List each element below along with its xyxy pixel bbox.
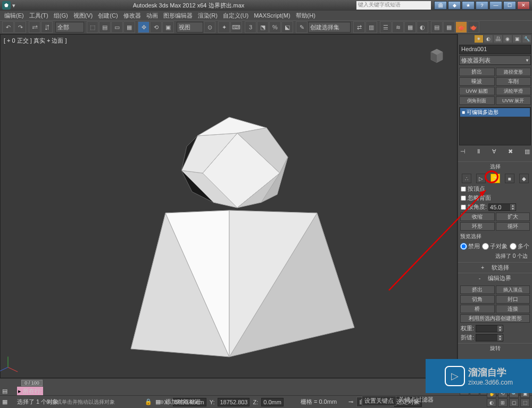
maximize-button[interactable]: ☐ — [503, 1, 516, 10]
btn-loop[interactable]: 循环 — [496, 222, 530, 231]
tab-motion-icon[interactable]: ◉ — [503, 35, 512, 43]
time-slider-handle[interactable]: 0 / 100 — [21, 380, 43, 386]
filter-combo[interactable]: 全部 — [55, 22, 84, 32]
star-button[interactable]: ★ — [462, 1, 475, 10]
move-button[interactable]: ✥ — [138, 21, 149, 33]
object-name-field[interactable]: Hedra001 — [459, 45, 531, 54]
undo-button[interactable]: ↶ — [2, 21, 14, 33]
angle-snap-button[interactable]: ⬔ — [257, 21, 269, 33]
rollout-selection-header[interactable]: 选择 — [458, 161, 532, 172]
subobj-edge-icon[interactable]: ▷ — [476, 174, 486, 183]
minimize-button[interactable]: — — [489, 1, 502, 10]
rollout-rotate-header[interactable]: 旋转 — [458, 343, 532, 353]
icon-button[interactable]: ◆ — [448, 1, 461, 10]
schematic-button[interactable]: ▦ — [404, 21, 416, 33]
select-region-button[interactable]: ▭ — [111, 21, 123, 33]
maximize-vp-button[interactable]: ▢ — [509, 398, 519, 407]
radio-subobj[interactable] — [482, 243, 489, 250]
mod-btn-bevelprofile[interactable]: 倒角剖面 — [459, 96, 495, 105]
redo-button[interactable]: ↷ — [14, 21, 26, 33]
spinner-snap-button[interactable]: ⬕ — [281, 21, 293, 33]
mod-btn-noise[interactable]: 噪波 — [459, 77, 495, 86]
show-end-result-icon[interactable]: Ⅱ — [477, 148, 480, 155]
time-tag-icon[interactable]: ⊕ 添加时间标记 — [160, 398, 201, 406]
tab-modify-icon[interactable]: ◐ — [484, 35, 493, 43]
percent-snap-button[interactable]: % — [269, 21, 281, 33]
tab-display-icon[interactable]: ▣ — [513, 35, 521, 43]
radio-multi[interactable] — [510, 243, 517, 250]
btn-insert-vertex[interactable]: 插入顶点 — [496, 285, 530, 294]
window-crossing-button[interactable]: ▦ — [123, 21, 135, 33]
btn-create-shape[interactable]: 利用所选内容创建图形 — [460, 314, 530, 323]
layers-button[interactable]: ☰ — [380, 21, 392, 33]
btn-shrink[interactable]: 收缩 — [460, 213, 495, 221]
viewcube[interactable] — [427, 45, 446, 64]
curve-editor-button[interactable]: ≋ — [392, 21, 404, 33]
select-name-button[interactable]: ▤ — [99, 21, 111, 33]
mod-btn-pathdeform[interactable]: 路径变形 — [496, 68, 531, 76]
subobj-element-icon[interactable]: ◆ — [519, 174, 529, 183]
help-search-input[interactable]: 键入关键字或短语 — [356, 1, 431, 10]
mini-listener-icon[interactable]: ▤ — [2, 388, 7, 395]
select-button[interactable]: ⬚ — [87, 21, 98, 33]
menu-customize[interactable]: 自定义(U) — [221, 11, 251, 20]
btn-bridge[interactable]: 桥 — [460, 305, 495, 313]
menu-maxscript[interactable]: MAXScript(M) — [252, 12, 292, 19]
named-sel-button[interactable]: ✎ — [296, 21, 307, 33]
center-button[interactable]: ⊙ — [204, 21, 215, 33]
crease-spinner[interactable]: ▲▼ — [476, 334, 503, 341]
mod-btn-unwrap[interactable]: UVW 展开 — [496, 96, 531, 105]
btn-grow[interactable]: 扩大 — [496, 213, 530, 221]
remove-mod-icon[interactable]: ✖ — [508, 148, 513, 155]
btn-extrude[interactable]: 挤出 — [460, 285, 495, 294]
btn-chamfer[interactable]: 切角 — [460, 295, 495, 304]
help-icon[interactable]: ? — [476, 1, 488, 10]
menu-modifiers[interactable]: 修改器 — [121, 11, 143, 20]
subobj-polygon-icon[interactable]: ■ — [505, 174, 514, 183]
zoom-all-button[interactable]: ⊞ — [498, 398, 508, 407]
time-slider[interactable]: 0 / 100 — [0, 378, 458, 387]
weight-spinner[interactable]: ▲▼ — [476, 325, 503, 332]
chk-by-angle[interactable] — [461, 205, 466, 210]
menu-edit[interactable]: 编辑(E) — [2, 11, 26, 20]
help-button[interactable]: 曲 — [434, 1, 447, 10]
rotate-button[interactable]: ⟲ — [150, 21, 162, 33]
subobj-vertex-icon[interactable]: ∴ — [462, 174, 471, 183]
z-field[interactable]: 0.0mm — [261, 398, 284, 406]
menu-grapheditors[interactable]: 图形编辑器 — [161, 11, 195, 20]
keyboard-toggle[interactable]: ⌨ — [230, 21, 242, 33]
link-button[interactable]: ⮂ — [29, 21, 40, 33]
stack-editable-poly[interactable]: ■ 可编辑多边形 — [460, 108, 530, 117]
btn-ring[interactable]: 环形 — [460, 222, 495, 231]
subobj-border-icon[interactable]: Ɔ — [491, 174, 500, 183]
configure-sets-icon[interactable]: ▥ — [525, 148, 530, 155]
dropdown-icon[interactable]: ▾ — [12, 2, 21, 9]
manipulate-button[interactable]: ✦ — [218, 21, 230, 33]
menu-views[interactable]: 视图(V) — [71, 11, 95, 20]
lock-icon[interactable]: 🔒 — [145, 398, 152, 405]
y-field[interactable]: 18752.803 — [218, 398, 250, 406]
keyfilter-button[interactable]: 关键点过滤器 — [398, 396, 434, 406]
named-sel-combo[interactable]: 创建选择集 — [308, 22, 351, 32]
refcoord-combo[interactable]: 视图 — [177, 22, 203, 32]
mod-btn-turbosmooth[interactable]: 涡轮平滑 — [496, 87, 531, 95]
key-icon[interactable]: ⊸ — [348, 398, 353, 405]
menu-tools[interactable]: 工具(T) — [27, 11, 51, 20]
menu-rendering[interactable]: 渲染(R) — [196, 11, 220, 20]
rollout-softsel-header[interactable]: + 软选择 — [458, 262, 532, 273]
snap-button[interactable]: 3 — [245, 21, 256, 33]
render-frame-button[interactable]: ▦ — [443, 21, 455, 33]
setkey-button[interactable]: 设置关键点 — [362, 396, 396, 406]
angle-spinner[interactable]: 45.0▲▼ — [488, 203, 516, 211]
scale-button[interactable]: ▣ — [162, 21, 174, 33]
render-setup-button[interactable]: ▤ — [431, 21, 443, 33]
btn-connect[interactable]: 连接 — [496, 305, 530, 313]
chk-ignore-backface[interactable] — [461, 195, 466, 201]
menu-create[interactable]: 创建(C) — [96, 11, 120, 20]
menu-animation[interactable]: 动画 — [144, 11, 160, 20]
align-button[interactable]: ▥ — [365, 21, 377, 33]
modifier-stack[interactable]: ■ 可编辑多边形 — [459, 107, 531, 145]
tab-hierarchy-icon[interactable]: 品 — [494, 35, 502, 43]
make-unique-icon[interactable]: ∀ — [492, 148, 496, 155]
unlink-button[interactable]: ⮃ — [41, 21, 53, 33]
